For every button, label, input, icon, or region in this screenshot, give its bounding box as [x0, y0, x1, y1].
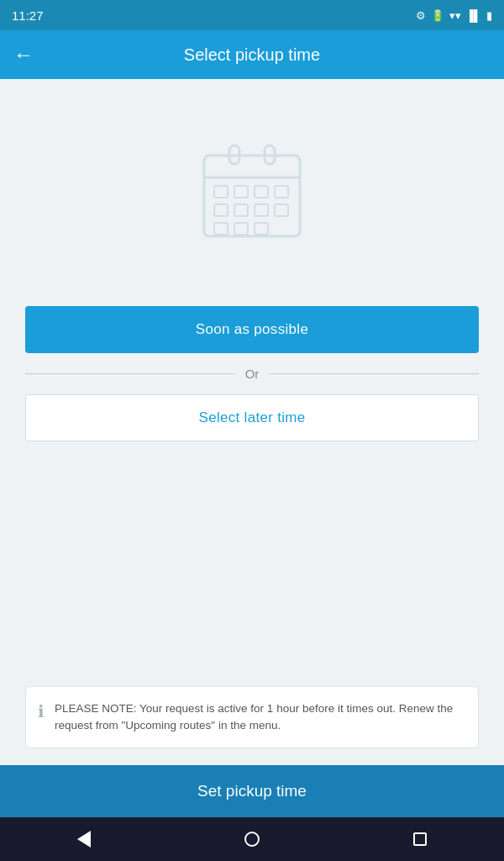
- info-icon: ℹ: [38, 701, 45, 721]
- status-bar: 11:27 ⚙ 🔋 ▾▾ ▐▌ ▮: [0, 0, 504, 30]
- main-content: Soon as possible Or Select later time ℹ …: [0, 79, 504, 765]
- or-label: Or: [245, 367, 260, 381]
- svg-rect-7: [275, 186, 288, 198]
- svg-rect-4: [214, 186, 228, 198]
- svg-rect-12: [214, 223, 228, 235]
- divider-line-left: [25, 373, 235, 374]
- buttons-area: Soon as possible Or Select later time: [25, 306, 479, 458]
- nav-recent-icon: [413, 832, 427, 846]
- svg-rect-5: [234, 186, 248, 198]
- battery-level-icon: ▮: [486, 9, 492, 22]
- page-title: Select pickup time: [47, 45, 457, 65]
- battery-icon: 🔋: [431, 9, 444, 22]
- note-text: PLEASE NOTE: Your request is active for …: [55, 700, 466, 735]
- top-app-bar: ← Select pickup time: [0, 30, 504, 79]
- svg-rect-8: [214, 204, 228, 216]
- status-icons: ⚙ 🔋 ▾▾ ▐▌ ▮: [416, 9, 492, 22]
- svg-rect-10: [255, 204, 268, 216]
- calendar-icon: [197, 142, 307, 243]
- signal-icon: ▐▌: [466, 9, 481, 22]
- back-arrow-icon: ←: [13, 43, 34, 66]
- wifi-icon: ▾▾: [449, 9, 461, 22]
- divider-line-right: [269, 373, 479, 374]
- nav-back-icon: [77, 831, 91, 848]
- note-box: ℹ PLEASE NOTE: Your request is active fo…: [25, 686, 479, 749]
- or-divider: Or: [25, 367, 479, 381]
- back-button[interactable]: ←: [13, 43, 34, 66]
- svg-rect-6: [255, 186, 268, 198]
- svg-rect-13: [234, 223, 248, 235]
- settings-icon: ⚙: [416, 9, 426, 22]
- nav-home-icon: [244, 832, 260, 847]
- bottom-action-bar[interactable]: Set pickup time: [0, 765, 504, 817]
- svg-rect-9: [234, 204, 248, 216]
- svg-rect-14: [255, 223, 268, 235]
- status-time: 11:27: [12, 8, 44, 23]
- set-pickup-time-label: Set pickup time: [197, 782, 307, 800]
- calendar-area: [197, 79, 307, 306]
- soon-as-possible-button[interactable]: Soon as possible: [25, 306, 479, 353]
- select-later-time-button[interactable]: Select later time: [25, 394, 479, 441]
- nav-bar: [0, 817, 504, 861]
- svg-rect-11: [275, 204, 288, 216]
- nav-recent-button[interactable]: [395, 822, 445, 856]
- nav-back-button[interactable]: [59, 822, 109, 856]
- nav-home-button[interactable]: [227, 822, 277, 856]
- svg-rect-2: [204, 156, 300, 236]
